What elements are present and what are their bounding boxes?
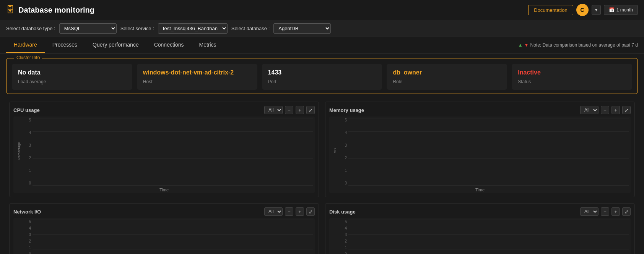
cpu-grid-lines [33, 118, 313, 185]
cpu-minus-btn[interactable]: − [285, 106, 293, 114]
cpu-chart-inner [33, 118, 313, 185]
cluster-role-label: Role [393, 79, 501, 84]
network-expand-btn[interactable]: ⤢ [306, 207, 315, 216]
disk-chart-header: Disk usage All − + ⤢ [329, 207, 631, 216]
cluster-host-label: Host [143, 79, 251, 84]
cluster-card-role: db_owner Role [387, 64, 507, 90]
cpu-filter-select[interactable]: All [264, 106, 283, 114]
memory-usage-panel: Memory usage All − + ⤢ MB 543210 [325, 102, 635, 197]
nav-tabs-left: Hardware Processes Query performance Con… [6, 37, 224, 53]
time-range-label: 1 month [616, 7, 633, 13]
arrow-up-icon: ▲ [518, 42, 523, 48]
disk-chart-area: 543210 [329, 218, 631, 254]
disk-y-axis: 543210 [336, 218, 348, 254]
cluster-card-status: Inactive Status [512, 64, 632, 90]
memory-plus-btn[interactable]: + [611, 106, 620, 114]
disk-chart-controls: All − + ⤢ [580, 207, 631, 216]
app-title: Database monitoring [18, 6, 94, 15]
memory-minus-btn[interactable]: − [601, 106, 609, 114]
network-minus-btn[interactable]: − [285, 207, 293, 216]
cluster-port-label: Port [268, 79, 376, 84]
memory-expand-btn[interactable]: ⤢ [622, 106, 631, 114]
top-bar-left: 🗄 Database monitoring [6, 6, 94, 15]
top-bar-right: Documentation C ▾ 📅 1 month [528, 4, 638, 16]
memory-x-label: Time [475, 188, 485, 192]
cluster-load-value: No data [18, 69, 126, 76]
db-type-select[interactable]: MsSQL [59, 23, 117, 34]
cluster-card-port: 1433 Port [262, 64, 382, 90]
cpu-usage-panel: CPU usage All − + ⤢ Percentage 543210 [9, 102, 319, 197]
tab-connections[interactable]: Connections [146, 37, 192, 53]
profile-dropdown-button[interactable]: ▾ [592, 5, 601, 15]
cpu-chart-controls: All − + ⤢ [264, 106, 315, 114]
memory-y-axis: 543210 [336, 116, 348, 185]
cpu-chart-area: Percentage 543210 Time [13, 116, 315, 193]
cluster-cards: No data Load average windows-dot-net-vm-… [12, 64, 632, 90]
cluster-load-label: Load average [18, 79, 126, 84]
network-chart-header: Network I/O All − + ⤢ [13, 207, 315, 216]
db-type-label: Select database type : [6, 26, 55, 31]
network-y-axis: 543210 [20, 218, 33, 254]
nav-note-text: Note: Data comparison based on average o… [530, 42, 638, 48]
cpu-expand-btn[interactable]: ⤢ [306, 106, 315, 114]
cpu-chart-title: CPU usage [13, 107, 40, 113]
cluster-title: Cluster Info [14, 55, 42, 60]
network-chart-controls: All − + ⤢ [264, 207, 315, 216]
disk-filter-select[interactable]: All [580, 207, 598, 216]
calendar-icon: 📅 [609, 7, 615, 13]
cluster-card-load: No data Load average [12, 64, 132, 90]
arrow-down-icon: ▼ [524, 42, 529, 48]
memory-filter-select[interactable]: All [580, 106, 598, 114]
toolbar: Select database type : MsSQL Select serv… [0, 20, 644, 37]
cpu-x-label: Time [159, 188, 169, 192]
network-filter-select[interactable]: All [264, 207, 283, 216]
memory-chart-area: MB 543210 Time [329, 116, 631, 193]
cluster-role-value: db_owner [393, 69, 501, 76]
database-label: Select database : [231, 26, 270, 31]
nav-note: ▲ ▼ Note: Data comparison based on avera… [518, 42, 638, 48]
disk-chart-title: Disk usage [329, 209, 356, 215]
service-label: Select service : [120, 26, 154, 31]
documentation-button[interactable]: Documentation [528, 5, 573, 15]
cpu-plus-btn[interactable]: + [296, 106, 304, 114]
cpu-chart-header: CPU usage All − + ⤢ [13, 106, 315, 114]
disk-chart-inner [348, 220, 629, 254]
cluster-port-value: 1433 [268, 69, 376, 76]
nav-tabs: Hardware Processes Query performance Con… [0, 37, 644, 53]
tab-hardware[interactable]: Hardware [6, 37, 45, 53]
disk-minus-btn[interactable]: − [601, 207, 609, 216]
cluster-status-value: Inactive [518, 69, 626, 76]
service-select[interactable]: test_mssql436_Bandhan [158, 23, 228, 34]
memory-chart-title: Memory usage [329, 107, 364, 113]
tab-processes[interactable]: Processes [45, 37, 85, 53]
database-select[interactable]: AgentDB [273, 23, 331, 34]
tab-query-performance[interactable]: Query performance [85, 37, 146, 53]
disk-usage-panel: Disk usage All − + ⤢ 543210 [325, 203, 635, 254]
disk-grid-lines [348, 220, 629, 254]
tab-metrics[interactable]: Metrics [192, 37, 224, 53]
cluster-status-label: Status [518, 79, 626, 84]
network-io-panel: Network I/O All − + ⤢ 543210 [9, 203, 319, 254]
database-icon: 🗄 [6, 6, 15, 14]
network-chart-area: 543210 [13, 218, 315, 254]
cluster-host-value: windows-dot-net-vm-ad-citrix-2 [143, 69, 251, 76]
cluster-section: Cluster Info No data Load average window… [6, 58, 638, 94]
network-chart-title: Network I/O [13, 209, 41, 215]
memory-grid-lines [348, 118, 629, 185]
disk-plus-btn[interactable]: + [611, 207, 620, 216]
disk-expand-btn[interactable]: ⤢ [622, 207, 631, 216]
time-range-button[interactable]: 📅 1 month [604, 5, 638, 15]
network-chart-inner [33, 220, 313, 254]
memory-chart-controls: All − + ⤢ [580, 106, 631, 114]
charts-grid: CPU usage All − + ⤢ Percentage 543210 [0, 99, 644, 254]
memory-chart-inner [348, 118, 629, 185]
cpu-y-axis: 543210 [20, 116, 33, 185]
top-bar: 🗄 Database monitoring Documentation C ▾ … [0, 0, 644, 20]
memory-chart-header: Memory usage All − + ⤢ [329, 106, 631, 114]
cluster-card-host: windows-dot-net-vm-ad-citrix-2 Host [137, 64, 257, 90]
network-plus-btn[interactable]: + [296, 207, 304, 216]
network-grid-lines [33, 220, 313, 254]
profile-button[interactable]: C [576, 4, 589, 16]
